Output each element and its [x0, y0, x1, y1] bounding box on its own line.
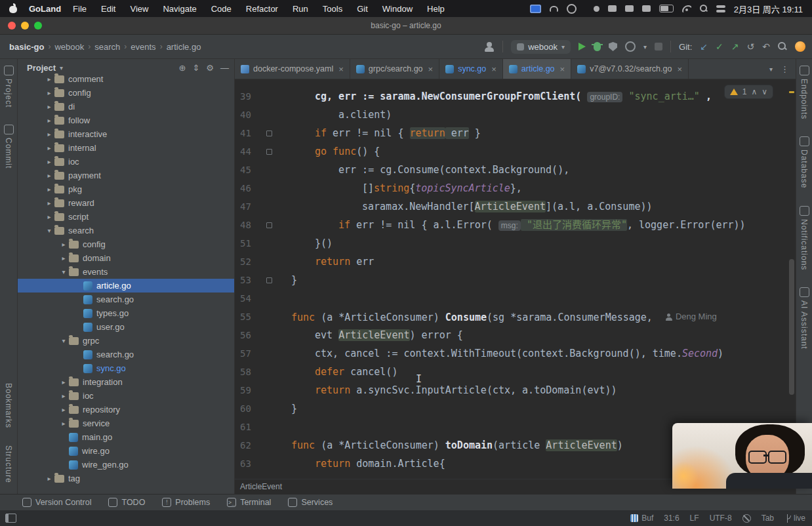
tree-item-events[interactable]: ▾events [18, 265, 234, 279]
menu-file[interactable]: File [73, 4, 87, 14]
chevron-collapsed-icon[interactable]: ▸ [44, 131, 54, 138]
tree-item-types-go[interactable]: types.go [18, 306, 234, 320]
select-opened-file-icon[interactable]: ⊕ [179, 63, 186, 73]
chevron-expanded-icon[interactable]: ▾ [44, 227, 54, 234]
tool-stripe-endpoints[interactable]: Endpoints [800, 66, 809, 119]
tree-item-sync-go[interactable]: sync.go [18, 361, 234, 375]
apple-menu-icon[interactable] [9, 4, 17, 13]
breadcrumb-article-go[interactable]: article.go [167, 42, 201, 52]
run-configuration-selector[interactable]: webook ▾ [511, 40, 571, 54]
menu-tools[interactable]: Tools [323, 4, 342, 14]
fold-marker[interactable] [264, 124, 274, 142]
tree-item-repository[interactable]: ▸repository [18, 403, 234, 416]
chevron-expanded-icon[interactable]: ▾ [58, 268, 69, 275]
tree-item-comment[interactable]: ▸comment [18, 72, 234, 86]
toolwindow-button-services[interactable]: Services [288, 498, 333, 507]
keyboard-brightness-icon[interactable] [642, 5, 651, 12]
menu-navigate[interactable]: Navigate [163, 4, 196, 14]
tool-stripe-bookmarks[interactable]: Bookmarks [4, 383, 13, 428]
stop-button[interactable] [655, 43, 662, 51]
headphones-icon[interactable] [550, 6, 558, 12]
profiler-button[interactable] [625, 41, 636, 52]
tool-window-switcher-icon[interactable] [5, 514, 16, 523]
more-run-options-icon[interactable]: ▾ [643, 43, 647, 51]
hide-panel-icon[interactable]: — [220, 63, 229, 73]
menubar-clock[interactable]: 2月3日 周六 19:11 [734, 3, 803, 15]
input-source-icon[interactable] [530, 5, 541, 13]
tree-item-follow[interactable]: ▸follow [18, 113, 234, 127]
tree-item-user-go[interactable]: user.go [18, 320, 234, 334]
editor-scrollbar[interactable] [788, 79, 796, 479]
tree-item-wire-go[interactable]: wire.go [18, 444, 234, 458]
tab-grpc-search-go[interactable]: grpc/search.go× [350, 59, 439, 79]
inspection-profile-widget[interactable] [742, 514, 751, 523]
zoom-window-button[interactable] [34, 22, 42, 30]
hidden-tabs-icon[interactable]: ▾ [769, 66, 773, 73]
menu-view[interactable]: View [130, 4, 148, 14]
chevron-collapsed-icon[interactable]: ▸ [58, 378, 69, 386]
encoding-widget[interactable]: UTF-8 [710, 514, 732, 523]
tool-stripe-database[interactable]: Database [800, 136, 809, 188]
tab-sync-go[interactable]: sync.go× [439, 59, 503, 79]
project-panel-title[interactable]: Project [27, 63, 56, 73]
chevron-collapsed-icon[interactable]: ▸ [44, 186, 54, 193]
fold-marker[interactable] [264, 271, 274, 289]
menu-git[interactable]: Git [357, 4, 368, 14]
tree-item-wire-gen-go[interactable]: wire_gen.go [18, 458, 234, 472]
line-separator-widget[interactable]: LF [690, 514, 699, 523]
inspection-widget[interactable]: 1 ∧ ∨ [724, 85, 773, 99]
breadcrumb-element[interactable]: ArticleEvent [240, 482, 282, 491]
code-editor[interactable]: 39cg, err := sarama.NewConsumerGroupFrom… [235, 79, 796, 479]
close-icon[interactable]: × [428, 64, 434, 74]
tree-item-integration[interactable]: ▸integration [18, 375, 234, 389]
tree-item-script[interactable]: ▸script [18, 210, 234, 224]
tree-item-ioc[interactable]: ▸ioc [18, 389, 234, 403]
warning-stripe-mark[interactable] [789, 91, 794, 93]
tree-item-payment[interactable]: ▸payment [18, 169, 234, 182]
tool-stripe-project[interactable]: Project [4, 66, 14, 108]
buf-widget[interactable]: Buf [630, 514, 653, 523]
history-button[interactable]: ↺ [747, 42, 755, 51]
menu-help[interactable]: Help [427, 4, 445, 14]
breadcrumb-project[interactable]: basic-go [9, 42, 44, 52]
close-icon[interactable]: × [491, 64, 497, 74]
tree-item-search-go[interactable]: search.go [18, 293, 234, 306]
toolwindow-button-todo[interactable]: TODO [108, 498, 145, 507]
close-window-button[interactable] [8, 22, 16, 30]
search-everywhere-icon[interactable] [778, 42, 787, 51]
breadcrumb-webook[interactable]: webook [54, 42, 84, 52]
menu-run[interactable]: Run [293, 4, 308, 14]
author-annotation[interactable]: Deng Ming [666, 308, 717, 326]
chevron-collapsed-icon[interactable]: ▸ [44, 75, 54, 83]
chevron-collapsed-icon[interactable]: ▸ [44, 103, 54, 110]
menu-refactor[interactable]: Refactor [246, 4, 278, 14]
tab-article-go[interactable]: article.go× [503, 59, 571, 79]
run-button[interactable] [579, 43, 586, 51]
git-push-button[interactable]: ↗ [731, 42, 739, 51]
git-commit-button[interactable]: ✓ [716, 42, 723, 51]
tree-item-ioc[interactable]: ▸ioc [18, 155, 234, 169]
tree-item-pkg[interactable]: ▸pkg [18, 182, 234, 196]
git-branch-widget[interactable]: live [784, 514, 805, 523]
tree-item-grpc[interactable]: ▾grpc [18, 334, 234, 348]
tree-item-search[interactable]: ▾search [18, 224, 234, 237]
next-problem-icon[interactable]: ∨ [761, 87, 767, 96]
indent-widget[interactable]: Tab [761, 514, 774, 523]
caret-position-widget[interactable]: 31:6 [664, 514, 679, 523]
menu-edit[interactable]: Edit [101, 4, 115, 14]
tree-item-service[interactable]: ▸service [18, 416, 234, 430]
tree-item-reward[interactable]: ▸reward [18, 196, 234, 210]
chevron-collapsed-icon[interactable]: ▸ [44, 213, 54, 220]
tree-item-main-go[interactable]: main.go [18, 430, 234, 444]
git-update-button[interactable]: ↙ [700, 42, 708, 51]
battery-icon[interactable] [659, 5, 674, 12]
chevron-collapsed-icon[interactable]: ▸ [44, 117, 54, 124]
chevron-collapsed-icon[interactable]: ▸ [44, 199, 54, 207]
toolwindow-button-problems[interactable]: !Problems [162, 498, 210, 507]
display-icon[interactable] [625, 5, 634, 12]
tool-stripe-structure[interactable]: Structure [4, 445, 13, 483]
tree-item-tag[interactable]: ▸tag [18, 472, 234, 485]
minimize-window-button[interactable] [21, 22, 29, 30]
fold-marker[interactable] [264, 142, 274, 161]
chevron-collapsed-icon[interactable]: ▸ [58, 420, 69, 427]
